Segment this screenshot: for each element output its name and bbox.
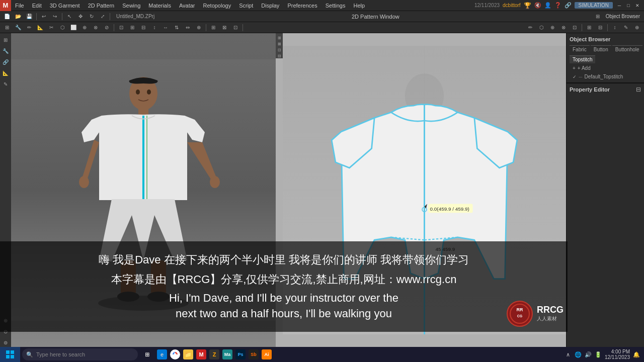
prop-expand-icon[interactable]: ⊟ [636, 86, 641, 93]
tb3-r4[interactable]: ⊗ [558, 23, 569, 32]
tb3-3[interactable]: ✏ [24, 23, 34, 32]
simulation-button[interactable]: SIMULATION [575, 2, 613, 9]
pinned-chrome[interactable] [169, 347, 181, 361]
lt-4[interactable]: 📐 [1, 68, 10, 77]
tab-buttonhole[interactable]: Buttonhole [612, 45, 642, 53]
tb3-r9[interactable]: ✎ [621, 23, 631, 32]
tb3-r3[interactable]: ⊕ [547, 23, 557, 32]
tb3-12[interactable]: ⊞ [127, 23, 137, 32]
pinned-apps: e 📁 M Z Ma Ps Sb [154, 347, 275, 361]
pinned-zbrush[interactable]: Z [208, 347, 220, 361]
start-button[interactable] [0, 347, 20, 362]
pinned-substance[interactable]: Sb [248, 347, 260, 361]
tb3-17[interactable]: ⇔ [183, 23, 193, 32]
menu-sewing[interactable]: Sewing [118, 2, 144, 10]
tb-move[interactable]: ✥ [75, 12, 86, 21]
obj-item-topstitch[interactable]: ✓ ··· Default_Topstitch [570, 73, 641, 80]
tb-open[interactable]: 📂 [13, 12, 23, 21]
tb3-15[interactable]: ↔ [160, 23, 171, 32]
menu-preferences[interactable]: Preferences [283, 2, 321, 10]
menu-materials[interactable]: Materials [144, 2, 175, 10]
lt-3[interactable]: 🔗 [1, 57, 10, 66]
tb3-2[interactable]: 🔧 [13, 23, 23, 32]
tb3-r8[interactable]: ↕ [610, 23, 620, 32]
tb3-18[interactable]: ⊕ [194, 23, 204, 32]
tb-save[interactable]: 💾 [24, 12, 34, 21]
tb3-r6[interactable]: ⊞ [584, 23, 594, 32]
tb3-10[interactable]: ⊘ [102, 23, 112, 32]
tb3-7[interactable]: ⬜ [68, 23, 78, 32]
tray-battery-icon[interactable]: 🔋 [595, 351, 602, 358]
lt-2[interactable]: 🔧 [1, 46, 10, 55]
menu-display[interactable]: Display [257, 2, 283, 10]
tb3-11[interactable]: ⊡ [116, 23, 126, 32]
rt-1[interactable]: ⊞ [276, 35, 282, 40]
pinned-illustrator[interactable]: Ai [261, 347, 273, 361]
item-dots: ··· [579, 74, 583, 79]
tb3-8[interactable]: ⊕ [79, 23, 90, 32]
tb3-13[interactable]: ⊟ [138, 23, 148, 32]
tb3-r5[interactable]: ⊡ [570, 23, 580, 32]
item-label: Default_Topstitch [585, 74, 623, 79]
tray-network-icon[interactable]: 🌐 [575, 351, 582, 358]
tb3-1[interactable]: ⊞ [2, 23, 12, 32]
pinned-maya[interactable]: Ma [221, 347, 233, 361]
lt-bottom3[interactable]: ⊚ [1, 338, 10, 347]
close-button[interactable]: ✕ [634, 2, 641, 9]
app-logo: M [0, 0, 11, 11]
tb-layout[interactable]: ⊞ [593, 12, 603, 21]
tb3-5[interactable]: ✂ [46, 23, 56, 32]
task-view-button[interactable]: ⊞ [141, 347, 153, 361]
tb3-6[interactable]: ⬡ [57, 23, 67, 32]
item-check-icon: ✓ [573, 74, 577, 79]
menu-avatar[interactable]: Avatar [175, 2, 199, 10]
menu-settings[interactable]: Settings [321, 2, 350, 10]
tb-rotate[interactable]: ↻ [87, 12, 97, 21]
tray-up-icon[interactable]: ∧ [565, 351, 572, 358]
menu-3d-garment[interactable]: 3D Garment [46, 2, 84, 10]
lt-1[interactable]: ⊞ [1, 35, 10, 44]
tb-scale[interactable]: ⤢ [98, 12, 108, 21]
menu-edit[interactable]: Edit [28, 2, 46, 10]
pinned-edge[interactable]: e [156, 347, 168, 361]
tb-undo[interactable]: ↩ [39, 12, 49, 21]
tb3-16[interactable]: ⇅ [172, 23, 182, 32]
taskbar-time[interactable]: 4:00 PM 12/11/2023 [605, 349, 630, 360]
tb3-r1[interactable]: ✏ [525, 23, 535, 32]
tb3-19[interactable]: ⊞ [208, 23, 218, 32]
pinned-photoshop[interactable]: Ps [234, 347, 247, 361]
menu-help[interactable]: Help [349, 2, 369, 10]
menu-2d-pattern[interactable]: 2D Pattern [84, 2, 119, 10]
window-controls: ─ □ ✕ [616, 2, 641, 9]
tb3-4[interactable]: 📐 [35, 23, 45, 32]
menu-retopology[interactable]: Retopology [199, 2, 235, 10]
tb3-21[interactable]: ⊡ [230, 23, 240, 32]
tab-button[interactable]: Button [591, 45, 611, 53]
minimize-button[interactable]: ─ [616, 2, 623, 9]
notifications-icon[interactable]: 🔔 [633, 351, 640, 358]
tb3-r10[interactable]: ⊕ [632, 23, 642, 32]
tb-new[interactable]: 📄 [2, 12, 12, 21]
menu-file[interactable]: File [11, 2, 28, 10]
tb-select[interactable]: ↖ [64, 12, 74, 21]
menu-script[interactable]: Script [235, 2, 257, 10]
tray-sound-icon[interactable]: 🔊 [585, 351, 592, 358]
rt-3[interactable]: ⊡ [276, 47, 282, 52]
tb3-20[interactable]: ⊠ [219, 23, 229, 32]
tab-topstitch[interactable]: Topstitch [570, 55, 595, 63]
illustrator-icon: Ai [262, 349, 272, 359]
add-button[interactable]: + + Add [570, 63, 641, 73]
tb3-r7[interactable]: ⊟ [595, 23, 605, 32]
search-box[interactable]: 🔍 Type here to search [22, 348, 138, 360]
rt-2[interactable]: ⊠ [276, 41, 282, 46]
pinned-explorer[interactable]: 📁 [182, 347, 194, 361]
tb3-9[interactable]: ⊗ [91, 23, 101, 32]
pinned-md[interactable]: M [195, 347, 207, 361]
maximize-button[interactable]: □ [625, 2, 632, 9]
tb3-r2[interactable]: ⬡ [536, 23, 546, 32]
tab-fabric[interactable]: Fabric [570, 45, 590, 53]
rt-4[interactable]: ⊟ [276, 53, 282, 58]
tb3-14[interactable]: ↕ [149, 23, 159, 32]
lt-5[interactable]: ✎ [1, 79, 10, 88]
tb-redo[interactable]: ↪ [50, 12, 60, 21]
